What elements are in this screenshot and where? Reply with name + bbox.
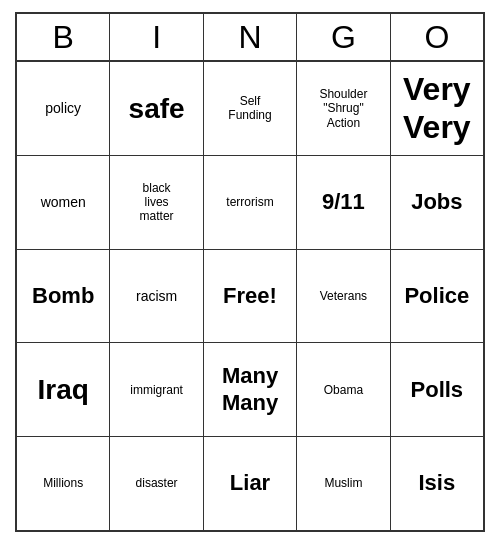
grid-row-2: BombracismFree!VeteransPolice	[17, 250, 483, 344]
cell-r2-c2: Free!	[204, 250, 297, 343]
cell-r3-c3: Obama	[297, 343, 390, 436]
cell-r0-c0: policy	[17, 62, 110, 155]
cell-r2-c0: Bomb	[17, 250, 110, 343]
cell-r3-c4: Polls	[391, 343, 483, 436]
cell-r2-c1: racism	[110, 250, 203, 343]
cell-r1-c0: women	[17, 156, 110, 249]
cell-r1-c2: terrorism	[204, 156, 297, 249]
grid-row-0: policysafeSelfFundingShoulder"Shrug"Acti…	[17, 62, 483, 156]
cell-r0-c4: VeryVery	[391, 62, 483, 155]
cell-r4-c4: Isis	[391, 437, 483, 530]
header-letter-b: B	[17, 14, 110, 62]
grid-row-4: MillionsdisasterLiarMuslimIsis	[17, 437, 483, 530]
header-letter-o: O	[391, 14, 483, 62]
cell-r4-c2: Liar	[204, 437, 297, 530]
cell-r0-c1: safe	[110, 62, 203, 155]
cell-r1-c1: blacklivesmatter	[110, 156, 203, 249]
grid: policysafeSelfFundingShoulder"Shrug"Acti…	[17, 62, 483, 530]
cell-r2-c4: Police	[391, 250, 483, 343]
cell-r4-c1: disaster	[110, 437, 203, 530]
bingo-card: BINGO policysafeSelfFundingShoulder"Shru…	[15, 12, 485, 532]
header-row: BINGO	[17, 14, 483, 62]
cell-r2-c3: Veterans	[297, 250, 390, 343]
cell-r0-c2: SelfFunding	[204, 62, 297, 155]
header-letter-i: I	[110, 14, 203, 62]
cell-r3-c1: immigrant	[110, 343, 203, 436]
header-letter-g: G	[297, 14, 390, 62]
cell-r1-c3: 9/11	[297, 156, 390, 249]
grid-row-3: IraqimmigrantManyManyObamaPolls	[17, 343, 483, 437]
header-letter-n: N	[204, 14, 297, 62]
cell-r4-c3: Muslim	[297, 437, 390, 530]
cell-r3-c2: ManyMany	[204, 343, 297, 436]
cell-r3-c0: Iraq	[17, 343, 110, 436]
grid-row-1: womenblacklivesmatterterrorism9/11Jobs	[17, 156, 483, 250]
cell-r4-c0: Millions	[17, 437, 110, 530]
cell-r0-c3: Shoulder"Shrug"Action	[297, 62, 390, 155]
cell-r1-c4: Jobs	[391, 156, 483, 249]
